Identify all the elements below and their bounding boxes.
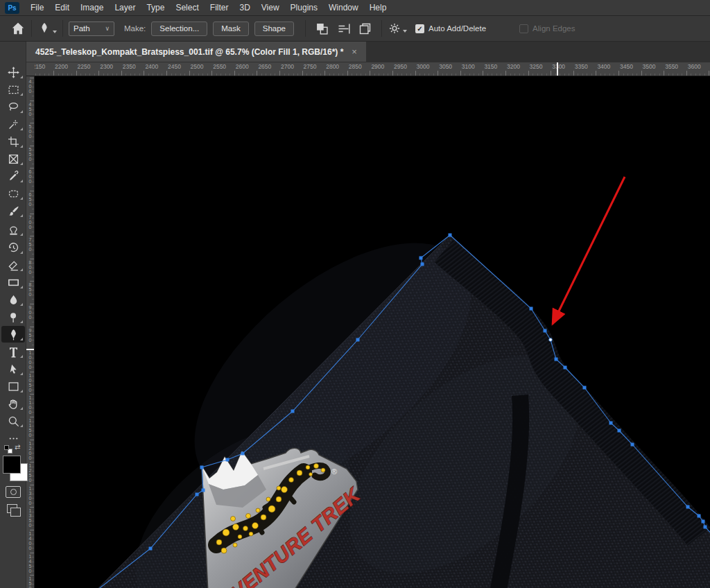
path-anchor-point[interactable]	[631, 443, 634, 447]
path-anchor-point[interactable]	[356, 338, 360, 342]
document-tab[interactable]: 4525-_Teleskop_Kompakt_Bratspiess_001.ti…	[26, 42, 366, 62]
tool-gradient[interactable]	[1, 274, 25, 291]
document-canvas[interactable]: VENTURE TREK ®	[35, 76, 710, 588]
home-icon[interactable]	[10, 21, 26, 36]
tool-brush[interactable]	[1, 202, 25, 219]
tool-healing-brush[interactable]	[1, 185, 25, 202]
make-mask-button[interactable]: Mask	[213, 21, 248, 36]
horizontal-ruler[interactable]: 2150220022502300235024002450250025502600…	[35, 62, 710, 76]
ruler-tick	[30, 553, 35, 553]
path-anchor-point[interactable]	[449, 234, 452, 237]
path-anchor-point[interactable]	[618, 429, 621, 433]
menu-type[interactable]: Type	[141, 0, 170, 15]
ruler-label: 2300	[100, 63, 113, 70]
vertical-ruler[interactable]: 4004505005506006507007508008509009501000…	[26, 76, 35, 588]
path-anchor-point[interactable]	[291, 410, 295, 413]
gear-icon[interactable]	[388, 21, 401, 35]
menu-help[interactable]: Help	[364, 0, 392, 15]
screen-mode-button[interactable]	[7, 504, 17, 513]
path-anchor-point[interactable]	[609, 422, 613, 425]
make-shape-button[interactable]: Shape	[254, 21, 294, 36]
ruler-tick	[302, 71, 303, 76]
tool-eraser[interactable]	[1, 257, 25, 273]
path-anchor-point[interactable]	[564, 366, 567, 370]
ruler-tick	[347, 71, 348, 76]
menu-3d[interactable]: 3D	[234, 0, 255, 15]
tool-flyout-indicator	[20, 214, 23, 217]
menu-edit[interactable]: Edit	[49, 0, 75, 15]
path-anchor-point[interactable]	[698, 514, 701, 518]
tool-eyedropper[interactable]	[1, 168, 25, 184]
ruler-label: 3550	[665, 63, 678, 70]
tool-move[interactable]	[1, 64, 25, 80]
chevron-down-icon[interactable]	[403, 30, 407, 33]
tool-zoom[interactable]	[1, 413, 25, 429]
path-anchor-point[interactable]	[202, 489, 205, 492]
path-anchor-point[interactable]	[226, 458, 230, 462]
tool-flyout-indicator	[20, 128, 23, 130]
path-anchor-point[interactable]	[149, 547, 153, 551]
menu-file[interactable]: File	[25, 0, 49, 15]
tool-magic-wand[interactable]	[1, 116, 25, 132]
menu-image[interactable]: Image	[75, 0, 109, 15]
auto-add-delete-checkbox[interactable]: ✓	[415, 24, 424, 33]
path-anchor-point[interactable]	[583, 386, 587, 390]
path-anchor-point[interactable]	[704, 526, 707, 529]
tool-lasso[interactable]	[1, 98, 25, 115]
path-operations-icon[interactable]	[315, 21, 329, 36]
path-anchor-point[interactable]	[200, 466, 204, 469]
tool-crop[interactable]	[1, 133, 25, 150]
menu-filter[interactable]: Filter	[205, 0, 234, 15]
path-anchor-point[interactable]	[544, 329, 547, 333]
path-anchor-point[interactable]	[530, 307, 533, 311]
tool-clone-stamp[interactable]	[1, 221, 25, 238]
make-label: Make:	[124, 24, 146, 33]
menu-layer[interactable]: Layer	[109, 0, 141, 15]
ruler-tick	[30, 417, 35, 417]
ruler-label: 3500	[643, 63, 656, 70]
tool-type[interactable]	[1, 343, 25, 360]
path-anchor-point[interactable]	[702, 520, 705, 524]
tool-rectangle[interactable]	[1, 378, 25, 395]
path-arrangement-icon[interactable]	[358, 21, 372, 36]
close-tab-icon[interactable]: ×	[352, 46, 357, 57]
separator	[31, 20, 32, 37]
tool-pen[interactable]	[1, 326, 25, 343]
path-anchor-point[interactable]	[421, 263, 424, 266]
tool-rectangular-marquee[interactable]	[1, 81, 25, 98]
chevron-down-icon[interactable]	[53, 31, 57, 33]
tool-path-selection[interactable]	[1, 361, 25, 377]
ruler-label: 2500	[191, 63, 204, 70]
tool-frame[interactable]	[1, 150, 25, 167]
tool-history-brush[interactable]	[1, 239, 25, 256]
menu-select[interactable]: Select	[170, 0, 204, 15]
separator	[62, 20, 63, 37]
path-anchor-point[interactable]	[555, 358, 558, 361]
menu-view[interactable]: View	[256, 0, 285, 15]
swap-colors-icon[interactable]: ⇄	[15, 443, 20, 451]
menu-window[interactable]: Window	[323, 0, 364, 15]
menu-plugins[interactable]: Plugins	[285, 0, 323, 15]
tool-flyout-indicator	[20, 268, 23, 271]
path-anchor-point[interactable]	[196, 493, 199, 496]
tool-flyout-indicator	[20, 145, 23, 148]
path-anchor-point[interactable]	[419, 257, 423, 260]
path-anchor-point-active[interactable]	[549, 338, 553, 342]
tool-blur[interactable]	[1, 291, 25, 308]
foreground-color-swatch[interactable]	[3, 456, 21, 474]
make-selection-button[interactable]: Selection...	[151, 21, 207, 36]
quick-mask-button[interactable]	[6, 486, 21, 498]
path-anchor-point[interactable]	[686, 505, 690, 509]
separator	[381, 20, 382, 37]
tool-edit-toolbar[interactable]	[1, 430, 25, 447]
default-colors-icon[interactable]	[4, 445, 9, 450]
tool-hand[interactable]	[1, 395, 25, 412]
pen-tool-preset-icon[interactable]	[37, 21, 51, 35]
path-anchor-point[interactable]	[241, 452, 245, 456]
photoshop-logo[interactable]: Ps	[5, 2, 19, 14]
tool-mode-select[interactable]: Path ∨	[69, 21, 114, 36]
tool-dodge[interactable]	[1, 309, 25, 325]
tool-flyout-indicator	[20, 110, 23, 113]
path-alignment-icon[interactable]	[336, 21, 351, 36]
ruler-label: 3250	[530, 63, 543, 70]
